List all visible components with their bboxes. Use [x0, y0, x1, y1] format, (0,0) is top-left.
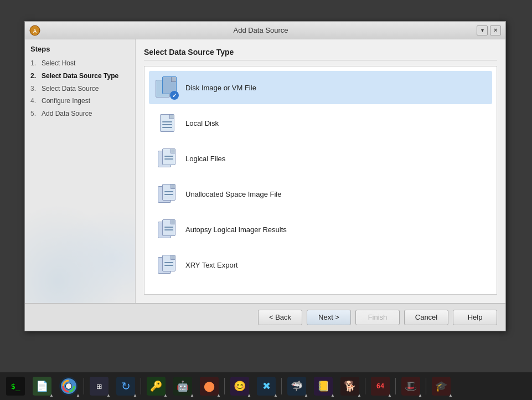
step-3-num: 3.	[30, 84, 42, 94]
back-button[interactable]: < Back	[258, 310, 302, 325]
data-source-options: ✓ Disk Image or VM File	[144, 66, 497, 295]
taskbar-notebook[interactable]: 📒 ▲	[311, 373, 336, 399]
disk-image-icon: ✓	[154, 75, 179, 100]
steps-heading: Steps	[30, 45, 130, 53]
dialog-body: Steps 1. Select Host 2. Select Data Sour…	[25, 39, 505, 303]
option-logical-files-label: Logical Files	[185, 155, 225, 163]
steps-list: 1. Select Host 2. Select Data Source Typ…	[30, 59, 130, 119]
main-panel: Select Data Source Type ✓ Disk Image or …	[136, 39, 505, 303]
taskbar-sep-4	[281, 378, 282, 394]
cancel-button[interactable]: Cancel	[404, 310, 448, 325]
step-2-label: Select Data Source Type	[42, 71, 118, 81]
option-autopsy-logical[interactable]: Autopsy Logical Imager Results	[149, 213, 492, 246]
unallocated-icon	[154, 182, 179, 206]
minimize-button[interactable]: ▾	[477, 25, 488, 35]
svg-text:A: A	[33, 28, 37, 34]
step-3-label: Select Data Source	[42, 84, 99, 94]
taskbar-plasticity[interactable]: ⊞ ▲	[86, 373, 112, 399]
section-title: Select Data Source Type	[144, 48, 497, 60]
taskbar-sync[interactable]: ↻ ▲	[113, 373, 138, 399]
taskbar-persona[interactable]: 😊 ▲	[227, 373, 252, 399]
taskbar-mortarboard[interactable]: 🎓 ▲	[428, 373, 454, 399]
titlebar-logo: A	[29, 25, 40, 36]
taskbar-sep-3	[224, 378, 225, 394]
taskbar-sep-5	[365, 378, 365, 394]
titlebar: A Add Data Source ▾ ✕	[25, 22, 505, 39]
taskbar-doberman[interactable]: 🐕 ▲	[337, 373, 363, 399]
taskbar-chrome[interactable]: ▲	[56, 373, 81, 399]
option-autopsy-logical-label: Autopsy Logical Imager Results	[185, 225, 287, 234]
titlebar-buttons: ▾ ✕	[477, 25, 501, 35]
logical-files-icon	[154, 146, 179, 171]
step-4-num: 4.	[30, 96, 42, 106]
taskbar-64bit[interactable]: 64 ▲	[368, 373, 393, 399]
finish-button[interactable]: Finish	[355, 310, 400, 325]
taskbar-files[interactable]: 📄 ▲	[29, 373, 55, 399]
step-1-label: Select Host	[42, 59, 75, 68]
option-xry-export[interactable]: XRY Text Export	[149, 248, 492, 281]
option-local-disk[interactable]: Local Disk	[149, 106, 492, 140]
svg-point-7	[66, 383, 71, 389]
add-data-source-dialog: A Add Data Source ▾ ✕ Steps 1. Select Ho…	[24, 21, 506, 331]
option-logical-files[interactable]: Logical Files	[149, 142, 492, 175]
steps-decoration	[25, 192, 135, 303]
step-5: 5. Add Data Source	[30, 109, 130, 119]
option-unallocated-label: Unallocated Space Image File	[185, 190, 281, 198]
step-3: 3. Select Data Source	[30, 84, 130, 94]
taskbar-sep-2	[141, 378, 141, 394]
step-2: 2. Select Data Source Type	[30, 71, 130, 81]
taskbar-redhat[interactable]: 🎩 ▲	[398, 373, 423, 399]
taskbar-sep-7	[426, 378, 426, 394]
step-5-label: Add Data Source	[42, 109, 92, 119]
step-1-num: 1.	[30, 59, 42, 68]
step-5-num: 5.	[30, 109, 42, 119]
dialog-footer: < Back Next > Finish Cancel Help	[25, 303, 505, 331]
step-1: 1. Select Host	[30, 59, 130, 68]
close-button[interactable]: ✕	[490, 25, 501, 35]
taskbar-wireshark[interactable]: 🦈 ▲	[284, 373, 309, 399]
taskbar: $_ 📄 ▲ ▲ ⊞ ▲ ↻ ▲ 🔑 ▲	[0, 372, 532, 400]
step-2-num: 2.	[30, 71, 42, 81]
option-disk-image[interactable]: ✓ Disk Image or VM File	[149, 71, 492, 104]
option-local-disk-label: Local Disk	[185, 119, 219, 127]
taskbar-xtool[interactable]: ✖ ▲	[254, 373, 279, 399]
option-xry-export-label: XRY Text Export	[185, 261, 238, 269]
taskbar-sep-6	[395, 378, 396, 394]
step-4-label: Configure Ingest	[42, 96, 90, 106]
autopsy-logical-icon	[154, 217, 179, 242]
option-disk-image-label: Disk Image or VM File	[185, 84, 256, 92]
local-disk-icon	[154, 111, 179, 135]
taskbar-mixer[interactable]: ⬤ ▲	[197, 373, 222, 399]
taskbar-sep-1	[84, 378, 84, 394]
steps-panel: Steps 1. Select Host 2. Select Data Sour…	[25, 39, 136, 303]
xry-export-icon	[154, 253, 179, 277]
next-button[interactable]: Next >	[307, 310, 351, 325]
step-4: 4. Configure Ingest	[30, 96, 130, 106]
option-unallocated[interactable]: Unallocated Space Image File	[149, 177, 492, 211]
taskbar-keepass[interactable]: 🔑 ▲	[143, 373, 169, 399]
taskbar-terminal[interactable]: $_	[3, 373, 28, 399]
dialog-title: Add Data Source	[45, 26, 477, 34]
taskbar-android[interactable]: 🤖 ▲	[170, 373, 195, 399]
help-button[interactable]: Help	[453, 310, 497, 325]
